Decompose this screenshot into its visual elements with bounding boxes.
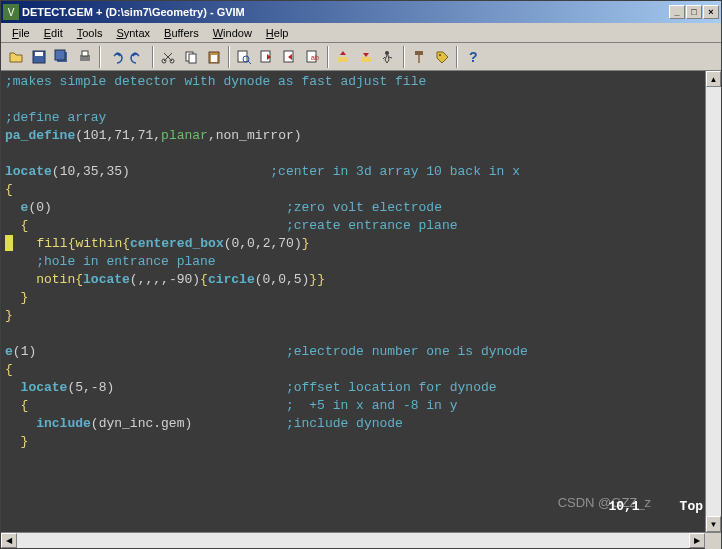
code-comment: ; +5 in x and -8 in y — [286, 398, 458, 413]
code-comment: ;makes simple detector with dynode as fa… — [5, 74, 426, 89]
print-button[interactable] — [74, 46, 96, 68]
svg-rect-18 — [338, 57, 348, 62]
toolbar-separator — [228, 46, 230, 68]
floppy-icon — [31, 49, 47, 65]
find-button[interactable] — [233, 46, 255, 68]
find-next-icon — [259, 49, 275, 65]
close-button[interactable]: × — [703, 5, 719, 19]
undo-button[interactable] — [104, 46, 126, 68]
code-function: locate — [21, 380, 68, 395]
svg-rect-21 — [415, 51, 423, 55]
code-content[interactable]: ;makes simple detector with dynode as fa… — [1, 71, 705, 532]
svg-point-20 — [385, 51, 389, 55]
toolbar: ab ? — [1, 43, 721, 71]
code-function: locate — [5, 164, 52, 179]
vertical-scrollbar[interactable]: ▲ ▼ — [705, 71, 721, 532]
folder-icon — [8, 49, 24, 65]
svg-text:?: ? — [469, 49, 478, 65]
menu-buffers[interactable]: Buffers — [157, 25, 206, 41]
scroll-right-button[interactable]: ▶ — [689, 533, 705, 548]
toolbar-separator — [327, 46, 329, 68]
menu-file[interactable]: File — [5, 25, 37, 41]
save-button[interactable] — [28, 46, 50, 68]
svg-rect-9 — [189, 54, 196, 63]
scroll-corner — [705, 533, 721, 549]
paste-icon — [206, 49, 222, 65]
cut-button[interactable] — [157, 46, 179, 68]
svg-rect-3 — [55, 50, 65, 60]
code-comment: ;center in 3d array 10 back in x — [270, 164, 520, 179]
status-bar: 10,1 Top — [608, 499, 703, 514]
replace-button[interactable]: ab — [302, 46, 324, 68]
redo-icon — [130, 49, 146, 65]
editor-area[interactable]: ;makes simple detector with dynode as fa… — [1, 71, 721, 532]
toolbar-separator — [99, 46, 101, 68]
copy-icon — [183, 49, 199, 65]
floppy-stack-icon — [54, 49, 70, 65]
download-icon — [358, 49, 374, 65]
code-comment: ;hole in entrance plane — [36, 254, 215, 269]
title-text: DETECT.GEM + (D:\sim7\Geometry) - GVIM — [22, 6, 669, 18]
tag-icon — [434, 49, 450, 65]
window-controls: _ □ × — [669, 5, 719, 19]
undo-icon — [107, 49, 123, 65]
open-button[interactable] — [5, 46, 27, 68]
menu-window[interactable]: Window — [206, 25, 259, 41]
paste-button[interactable] — [203, 46, 225, 68]
copy-button[interactable] — [180, 46, 202, 68]
upload-icon — [335, 49, 351, 65]
replace-icon: ab — [305, 49, 321, 65]
tags-button[interactable] — [431, 46, 453, 68]
toolbar-separator — [403, 46, 405, 68]
scroll-up-button[interactable]: ▲ — [706, 71, 721, 87]
scroll-track[interactable] — [706, 87, 721, 516]
make-button[interactable] — [408, 46, 430, 68]
code-comment: ;create entrance plane — [286, 218, 458, 233]
maximize-button[interactable]: □ — [686, 5, 702, 19]
help-button[interactable]: ? — [461, 46, 483, 68]
svg-rect-1 — [35, 52, 43, 56]
toolbar-separator — [152, 46, 154, 68]
save-session-button[interactable] — [355, 46, 377, 68]
redo-button[interactable] — [127, 46, 149, 68]
toolbar-separator — [456, 46, 458, 68]
menu-edit[interactable]: Edit — [37, 25, 70, 41]
svg-rect-11 — [211, 55, 217, 62]
run-script-button[interactable] — [378, 46, 400, 68]
find-prev-icon — [282, 49, 298, 65]
code-comment: ;define array — [5, 110, 106, 125]
code-comment: ;zero volt electrode — [286, 200, 442, 215]
minimize-button[interactable]: _ — [669, 5, 685, 19]
find-prev-button[interactable] — [279, 46, 301, 68]
code-comment: ;electrode number one is dynode — [286, 344, 528, 359]
cursor — [5, 235, 13, 251]
find-next-button[interactable] — [256, 46, 278, 68]
find-icon — [236, 49, 252, 65]
scroll-position: Top — [680, 499, 703, 514]
svg-text:ab: ab — [311, 54, 319, 61]
menu-syntax[interactable]: Syntax — [109, 25, 157, 41]
code-function: pa_define — [5, 128, 75, 143]
saveall-button[interactable] — [51, 46, 73, 68]
scissors-icon — [160, 49, 176, 65]
code-comment: ;offset location for dynode — [286, 380, 497, 395]
horizontal-scrollbar[interactable]: ◀ ▶ — [1, 532, 721, 548]
svg-rect-5 — [82, 51, 88, 56]
cursor-position: 10,1 — [608, 499, 639, 514]
menubar: File Edit Tools Syntax Buffers Window He… — [1, 23, 721, 43]
svg-rect-22 — [418, 55, 420, 63]
menu-help[interactable]: Help — [259, 25, 296, 41]
scroll-left-button[interactable]: ◀ — [1, 533, 17, 548]
menu-tools[interactable]: Tools — [70, 25, 110, 41]
scroll-down-button[interactable]: ▼ — [706, 516, 721, 532]
code-comment: ;include dynode — [286, 416, 403, 431]
titlebar[interactable]: V DETECT.GEM + (D:\sim7\Geometry) - GVIM… — [1, 1, 721, 23]
svg-rect-19 — [361, 57, 371, 62]
app-window: V DETECT.GEM + (D:\sim7\Geometry) - GVIM… — [0, 0, 722, 549]
app-icon: V — [3, 4, 19, 20]
scroll-track-h[interactable] — [17, 533, 689, 548]
hammer-icon — [411, 49, 427, 65]
code-function: e — [5, 344, 13, 359]
load-session-button[interactable] — [332, 46, 354, 68]
printer-icon — [77, 49, 93, 65]
